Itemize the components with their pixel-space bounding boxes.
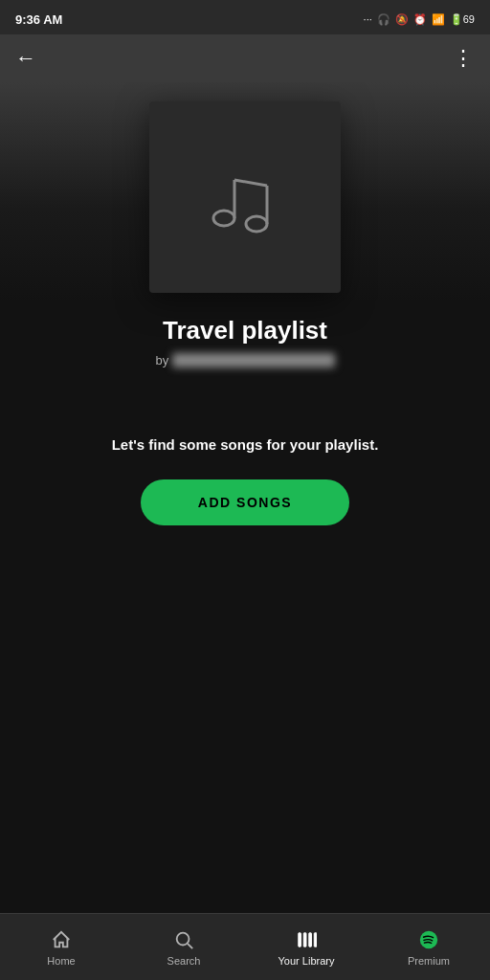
content-spacer bbox=[0, 564, 490, 851]
svg-line-4 bbox=[234, 180, 267, 186]
top-nav: ← ⋮ bbox=[0, 34, 490, 82]
headphones-icon: 🎧 bbox=[377, 13, 390, 26]
battery-icon: 🔋69 bbox=[450, 13, 475, 26]
empty-message: Let's find some songs for your playlist. bbox=[112, 436, 379, 453]
svg-rect-9 bbox=[309, 932, 312, 947]
playlist-title: Travel playlist bbox=[163, 316, 327, 345]
premium-icon bbox=[417, 928, 440, 951]
nav-item-library[interactable]: Your Library bbox=[245, 928, 368, 967]
home-icon bbox=[50, 928, 73, 951]
playlist-owner: blurredusernameherelongtext bbox=[172, 353, 335, 368]
svg-line-6 bbox=[188, 944, 192, 948]
music-note-icon bbox=[197, 149, 293, 245]
mute-icon: 🔕 bbox=[395, 13, 409, 26]
nav-label-premium: Premium bbox=[408, 955, 450, 967]
nav-item-home[interactable]: Home bbox=[0, 928, 122, 967]
status-icons: ··· 🎧 🔕 ⏰ 📶 🔋69 bbox=[364, 13, 475, 26]
nav-item-search[interactable]: Search bbox=[122, 928, 245, 967]
add-songs-button[interactable]: ADD SONGS bbox=[141, 479, 349, 525]
status-time: 9:36 AM bbox=[15, 12, 62, 27]
nav-item-premium[interactable]: Premium bbox=[368, 928, 490, 967]
svg-rect-7 bbox=[299, 932, 301, 947]
nav-label-library: Your Library bbox=[278, 955, 335, 967]
scroll-area: Travel playlist by blurredusernameherelo… bbox=[0, 82, 490, 980]
status-bar: 9:36 AM ··· 🎧 🔕 ⏰ 📶 🔋69 bbox=[0, 0, 490, 34]
playlist-by: by blurredusernameherelongtext bbox=[155, 353, 334, 368]
back-button[interactable]: ← bbox=[15, 46, 36, 71]
library-icon bbox=[295, 928, 318, 951]
signal-bars: 📶 bbox=[432, 13, 445, 26]
empty-state: Let's find some songs for your playlist.… bbox=[0, 398, 490, 564]
playlist-header: Travel playlist by blurredusernameherelo… bbox=[0, 82, 490, 398]
svg-point-1 bbox=[246, 216, 267, 232]
nav-label-search: Search bbox=[167, 955, 201, 967]
svg-point-0 bbox=[213, 211, 234, 226]
nav-label-home: Home bbox=[47, 955, 75, 967]
search-icon bbox=[172, 928, 195, 951]
svg-rect-8 bbox=[303, 932, 306, 947]
more-options-button[interactable]: ⋮ bbox=[453, 46, 475, 71]
app-container: 9:36 AM ··· 🎧 🔕 ⏰ 📶 🔋69 ← ⋮ bbox=[0, 0, 490, 980]
playlist-cover bbox=[149, 101, 341, 293]
alarm-icon: ⏰ bbox=[413, 13, 427, 26]
svg-point-5 bbox=[177, 932, 189, 945]
signal-dots: ··· bbox=[364, 13, 372, 25]
svg-rect-10 bbox=[314, 932, 317, 947]
bottom-nav: Home Search You bbox=[0, 913, 490, 980]
